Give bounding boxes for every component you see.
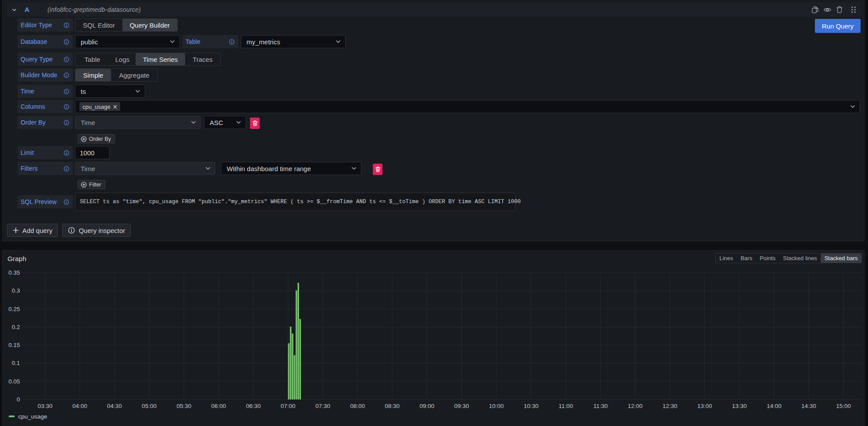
info-icon[interactable]	[64, 104, 69, 110]
time-label: Time	[18, 85, 73, 98]
remove-filter-button[interactable]	[373, 164, 382, 175]
builder-mode-label: Builder Mode	[18, 68, 73, 82]
y-tick-label: 0.15	[8, 342, 20, 348]
x-tick-label: 09:00	[419, 403, 434, 409]
hide-response-eye-icon[interactable]	[821, 4, 833, 16]
remove-order-by-button[interactable]	[250, 118, 260, 129]
order-by-label: Order By	[18, 116, 73, 129]
info-icon[interactable]	[64, 22, 69, 28]
chevron-down-icon	[205, 167, 211, 170]
collapse-chevron-icon[interactable]	[7, 3, 21, 17]
row-editor-type: Editor Type SQL Editor Query Builder	[18, 18, 178, 32]
chevron-down-icon	[191, 121, 196, 124]
row-time: Time ts	[18, 85, 145, 98]
y-tick-label: 0.1	[12, 360, 20, 366]
bar	[290, 326, 292, 399]
x-tick-label: 06:30	[246, 403, 261, 409]
row-filters: Filters Time Within dashboard time range	[18, 162, 382, 175]
sql-preview-code: SELECT ts as "time", cpu_usage FROM "pub…	[75, 193, 515, 211]
query-inspector-button[interactable]: Query inspector	[62, 224, 131, 237]
info-icon[interactable]	[64, 199, 69, 205]
x-tick-label: 15:00	[836, 403, 851, 409]
bar	[288, 343, 290, 399]
x-tick-label: 10:00	[489, 403, 504, 409]
columns-label: Columns	[18, 100, 73, 113]
query-row-actions	[809, 4, 860, 16]
bar	[297, 283, 299, 400]
info-icon[interactable]	[64, 57, 69, 62]
x-tick-label: 03:30	[38, 403, 53, 409]
chevron-down-icon	[135, 89, 140, 93]
x-tick-label: 13:30	[732, 403, 747, 409]
table-select[interactable]: my_metrics	[241, 35, 346, 48]
x-tick-label: 05:00	[142, 403, 157, 409]
info-icon[interactable]	[64, 150, 69, 156]
editor-type-option-query-builder[interactable]: Query Builder	[122, 19, 177, 31]
add-query-button[interactable]: Add query	[7, 224, 58, 237]
timeseries-chart: 00.050.10.150.20.250.30.3503:3004:0004:3…	[3, 251, 864, 426]
x-tick-label: 13:00	[697, 403, 712, 409]
legend-label[interactable]: cpu_usage	[18, 413, 47, 420]
remove-query-trash-icon[interactable]	[833, 4, 846, 16]
plus-icon	[13, 227, 19, 233]
info-icon[interactable]	[64, 120, 69, 125]
chevron-down-icon	[170, 40, 175, 43]
add-order-by-button[interactable]: Order By	[78, 134, 115, 143]
query-ref-id: A	[25, 6, 29, 14]
editor-type-option-sql-editor[interactable]: SQL Editor	[75, 19, 122, 31]
query-type-option-time-series[interactable]: Time Series	[136, 53, 185, 65]
y-tick-label: 0.3	[12, 287, 20, 294]
time-select[interactable]: ts	[75, 85, 145, 98]
x-tick-label: 14:00	[767, 403, 782, 409]
info-icon[interactable]	[64, 72, 69, 78]
editor-type-radio-group: SQL Editor Query Builder	[75, 18, 178, 32]
x-tick-label: 10:30	[524, 403, 539, 409]
duplicate-query-icon[interactable]	[809, 4, 821, 16]
x-tick-label: 08:00	[350, 403, 365, 409]
builder-mode-option-aggregate[interactable]: Aggregate	[111, 69, 157, 81]
database-label: Database	[18, 35, 73, 48]
row-database: Database public Table my_metrics	[18, 35, 346, 48]
query-type-option-table[interactable]: Table	[75, 53, 109, 65]
row-limit: Limit 1000	[18, 146, 110, 159]
filter-field-select[interactable]: Time	[75, 162, 215, 175]
datasource-name: (info8fcc-greptimedb-datasource)	[47, 6, 141, 13]
order-by-direction-select[interactable]: ASC	[204, 116, 246, 129]
drag-handle-grip-icon[interactable]	[847, 4, 860, 16]
run-query-button[interactable]: Run Query	[815, 19, 861, 33]
editor-type-label: Editor Type	[18, 18, 73, 32]
filters-label: Filters	[18, 162, 73, 175]
query-row-header[interactable]: A (info8fcc-greptimedb-datasource)	[7, 3, 861, 17]
database-select[interactable]: public	[75, 35, 180, 48]
x-tick-label: 08:30	[385, 403, 400, 409]
sql-preview-label: SQL Preview	[18, 195, 73, 208]
remove-column-x-icon[interactable]	[113, 105, 117, 109]
query-type-option-traces[interactable]: Traces	[185, 53, 220, 65]
add-filter-button[interactable]: Filter	[78, 180, 105, 189]
bar	[296, 290, 297, 400]
x-tick-label: 11:30	[593, 403, 608, 409]
limit-label: Limit	[18, 146, 73, 159]
chevron-down-icon	[351, 167, 357, 170]
query-editor-panel: A (info8fcc-greptimedb-datasource)	[2, 0, 864, 241]
info-icon[interactable]	[64, 166, 69, 172]
columns-multiselect[interactable]: cpu_usage	[75, 100, 860, 113]
x-tick-label: 04:00	[72, 403, 87, 409]
row-query-type: Query Type Table Logs Time Series Traces	[18, 53, 221, 66]
builder-mode-option-simple[interactable]: Simple	[75, 69, 111, 81]
y-tick-label: 0.35	[8, 269, 20, 276]
query-type-option-logs[interactable]: Logs	[109, 53, 136, 65]
x-tick-label: 07:30	[315, 403, 330, 409]
filter-condition-select[interactable]: Within dashboard time range	[221, 162, 361, 175]
row-columns: Columns cpu_usage	[18, 100, 860, 113]
x-tick-label: 12:00	[628, 403, 643, 409]
order-by-field-select[interactable]: Time	[75, 116, 201, 129]
info-icon[interactable]	[229, 39, 235, 45]
chevron-down-icon	[850, 105, 855, 108]
info-icon[interactable]	[64, 89, 69, 94]
bar	[300, 319, 301, 399]
info-icon[interactable]	[64, 39, 69, 45]
legend-marker	[9, 415, 15, 417]
limit-input[interactable]: 1000	[75, 146, 110, 159]
x-tick-label: 14:30	[801, 403, 816, 409]
